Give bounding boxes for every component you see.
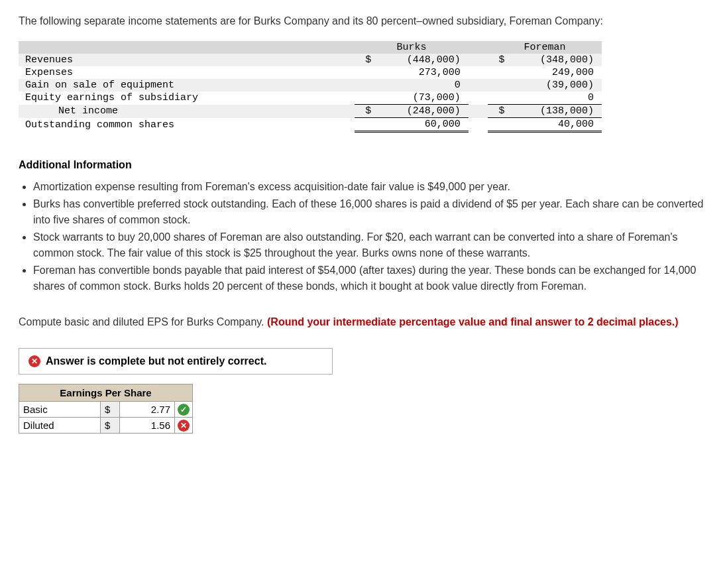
answer-banner: ✕ Answer is complete but not entirely co… bbox=[19, 349, 332, 374]
info-item-3: Stock warrants to buy 20,000 shares of F… bbox=[33, 229, 706, 261]
row-gain-burks: 0 bbox=[374, 79, 468, 91]
eps-basic-label: Basic bbox=[19, 402, 101, 418]
row-revenues-foreman: (348,000) bbox=[508, 54, 602, 66]
row-equity-label: Equity earnings of subsidiary bbox=[19, 91, 355, 105]
row-netincome-burks: (248,000) bbox=[374, 105, 468, 118]
eps-basic-input[interactable]: 2.77 bbox=[120, 402, 175, 418]
row-netincome-burks-cur: $ bbox=[355, 105, 374, 118]
eps-diluted-status: ✕ bbox=[175, 418, 193, 434]
row-expenses-foreman: 249,000 bbox=[508, 66, 602, 79]
eps-diluted-input[interactable]: 1.56 bbox=[120, 418, 175, 434]
row-netincome-label: Net income bbox=[19, 105, 355, 118]
row-revenues-burks: (448,000) bbox=[374, 54, 468, 66]
row-equity-foreman: 0 bbox=[508, 91, 602, 105]
income-statement-table: Burks Foreman Revenues $ (448,000) $ (34… bbox=[19, 41, 602, 133]
row-gain-foreman: (39,000) bbox=[508, 79, 602, 91]
info-item-4: Foreman has convertible bonds payable th… bbox=[33, 263, 706, 294]
row-revenues-label: Revenues bbox=[19, 54, 355, 66]
eps-basic-status: ✓ bbox=[175, 402, 193, 418]
eps-diluted-currency: $ bbox=[101, 418, 120, 434]
info-item-1: Amortization expense resulting from Fore… bbox=[33, 179, 706, 195]
row-netincome-foreman: (138,000) bbox=[508, 105, 602, 118]
header-burks: Burks bbox=[355, 41, 469, 54]
header-gap bbox=[469, 41, 488, 54]
compute-instruction: Compute basic and diluted EPS for Burks … bbox=[19, 314, 706, 329]
info-item-2: Burks has convertible preferred stock ou… bbox=[33, 196, 706, 228]
answer-banner-box: ✕ Answer is complete but not entirely co… bbox=[19, 348, 333, 375]
row-expenses-label: Expenses bbox=[19, 66, 355, 79]
row-revenues-burks-cur: $ bbox=[355, 54, 374, 66]
eps-table: Earnings Per Share Basic $ 2.77 ✓ Dilute… bbox=[19, 384, 193, 434]
row-revenues-foreman-cur: $ bbox=[488, 54, 507, 66]
additional-info-header: Additional Information bbox=[19, 159, 706, 171]
intro-text: The following separate income statements… bbox=[19, 13, 706, 29]
answer-banner-text: Answer is complete but not entirely corr… bbox=[46, 355, 266, 367]
header-foreman: Foreman bbox=[488, 41, 602, 54]
row-netincome-foreman-cur: $ bbox=[488, 105, 507, 118]
compute-hint: (Round your intermediate percentage valu… bbox=[267, 316, 679, 327]
row-equity-burks: (73,000) bbox=[374, 91, 468, 105]
row-expenses-burks: 273,000 bbox=[374, 66, 468, 79]
check-icon: ✓ bbox=[178, 404, 190, 416]
row-shares-label: Outstanding common shares bbox=[19, 118, 355, 132]
eps-header: Earnings Per Share bbox=[19, 384, 193, 402]
header-blank bbox=[19, 41, 355, 54]
compute-text: Compute basic and diluted EPS for Burks … bbox=[19, 316, 267, 327]
cross-icon: ✕ bbox=[178, 420, 190, 432]
eps-basic-currency: $ bbox=[101, 402, 120, 418]
additional-info-list: Amortization expense resulting from Fore… bbox=[19, 179, 706, 294]
row-shares-burks: 60,000 bbox=[374, 118, 468, 132]
eps-diluted-label: Diluted bbox=[19, 418, 101, 434]
row-gain-label: Gain on sale of equipment bbox=[19, 79, 355, 91]
cross-icon: ✕ bbox=[28, 355, 40, 367]
row-shares-foreman: 40,000 bbox=[508, 118, 602, 132]
